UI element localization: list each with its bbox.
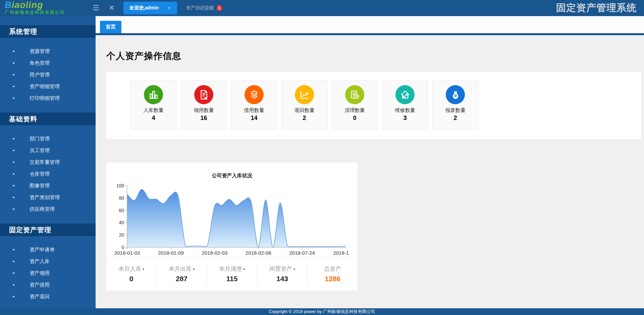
stat-cards-panel: 入库数量4领用数量16借用数量14退回数量2清理数量0维修数量3报废数量2 [106, 72, 641, 139]
asset-return-reminder[interactable]: 资产归还提醒 1 [186, 5, 222, 11]
reminder-count-badge: 1 [216, 5, 222, 11]
summary-label: 总资产 [324, 265, 341, 273]
sidebar-item-交易常量管理[interactable]: •交易常量管理 [0, 156, 96, 168]
bullet-icon: • [13, 92, 15, 104]
money-bag-icon [446, 85, 465, 104]
chart-title: 公司资产入库状况 [106, 163, 358, 179]
layers-icon [245, 85, 264, 104]
sidebar-nav: 系统管理•资源管理•角色管理•用户管理•资产明细管理•打印明细管理基础资料•部门… [0, 16, 96, 308]
bullet-icon: • [13, 291, 15, 302]
summary-label: 闲置资产• [269, 265, 295, 273]
stat-card-退回数量[interactable]: 退回数量2 [281, 80, 327, 130]
main-content: 个人资产操作信息 入库数量4领用数量16借用数量14退回数量2清理数量0维修数量… [96, 35, 644, 308]
sidebar-section-items: •部门管理•员工管理•交易常量管理•仓库管理•图像管理•资产类别管理•供应商管理 [0, 125, 96, 224]
chart-panel: 公司资产入库状况 0204060801002018-01-032018-01-0… [106, 163, 358, 291]
summary-stat-本月入库: 本月入库•0 [106, 263, 157, 285]
bullet-icon: • [13, 168, 15, 180]
app-title: 固定资产管理系统 [556, 1, 637, 15]
svg-text:2018-01-09: 2018-01-09 [158, 250, 184, 256]
sidebar-item-角色管理[interactable]: •角色管理 [0, 57, 96, 69]
svg-text:2018-01-03: 2018-01-03 [114, 250, 140, 256]
dot-icon: • [193, 267, 195, 272]
stat-card-label: 退回数量 [282, 107, 327, 114]
close-icon[interactable]: ✕ [109, 4, 115, 12]
bullet-icon: • [13, 133, 15, 144]
stat-card-value: 14 [231, 115, 277, 122]
sidebar-item-员工管理[interactable]: •员工管理 [0, 144, 96, 156]
chart-canvas: 0204060801002018-01-032018-01-092018-02-… [111, 181, 349, 259]
stat-card-入库数量[interactable]: 入库数量4 [130, 80, 176, 130]
sidebar-item-资产申请单[interactable]: •资产申请单 [0, 244, 96, 255]
bullet-icon: • [13, 144, 15, 156]
app-window: Biaoling 广州标领信息科技有限公司 ☰ ✕ 欢迎您,admin ▼ 资产… [0, 0, 644, 315]
stat-card-value: 2 [282, 115, 327, 122]
sidebar-item-资产领用[interactable]: •资产领用 [0, 267, 96, 279]
sidebar-section-items: •资产申请单•资产入库•资产领用•资产借用•资产退回 [0, 236, 96, 308]
sidebar-item-图像管理[interactable]: •图像管理 [0, 180, 96, 191]
summary-value: 0 [129, 275, 133, 283]
summary-label: 本月出库• [169, 265, 195, 273]
welcome-admin-dropdown[interactable]: 欢迎您,admin ▼ [123, 2, 177, 14]
sidebar-section-items: •资源管理•角色管理•用户管理•资产明细管理•打印明细管理 [0, 38, 96, 113]
logo-text: Biaoling [5, 1, 88, 9]
stat-card-label: 入库数量 [131, 107, 176, 114]
bullet-icon: • [13, 191, 15, 203]
bullet-icon: • [13, 244, 15, 255]
summary-stat-本月出库: 本月出库•287 [157, 263, 207, 285]
sidebar-item-部门管理[interactable]: •部门管理 [0, 133, 96, 144]
bullet-icon: • [13, 80, 15, 92]
svg-text:60: 60 [119, 208, 124, 213]
bullet-icon: • [13, 57, 15, 69]
welcome-admin-label: 欢迎您,admin [129, 5, 159, 11]
menu-hamburger-icon[interactable]: ☰ [93, 4, 99, 12]
sidebar-item-资产入库[interactable]: •资产入库 [0, 255, 96, 267]
sidebar-item-打印明细管理[interactable]: •打印明细管理 [0, 92, 96, 104]
summary-value: 115 [226, 275, 238, 283]
stat-card-label: 领用数量 [181, 107, 226, 114]
bullet-icon: • [13, 45, 15, 57]
sidebar-item-资源管理[interactable]: •资源管理 [0, 45, 96, 57]
stat-card-value: 16 [181, 115, 226, 122]
document-clock-icon [345, 85, 364, 104]
stat-card-借用数量[interactable]: 借用数量14 [231, 80, 277, 130]
dot-icon: • [243, 267, 245, 272]
footer-copyright: Copyright © 2018 power by 广州标领信息科技有限公司 [0, 308, 644, 315]
summary-stat-本月清理: 本月清理•115 [207, 263, 257, 285]
stat-card-领用数量[interactable]: 领用数量16 [181, 80, 227, 130]
stat-card-报废数量[interactable]: 报废数量2 [432, 80, 478, 130]
document-check-icon [194, 85, 213, 104]
bullet-icon: • [13, 279, 15, 291]
tab-home[interactable]: 首页 [100, 21, 121, 33]
bar-chart-icon [144, 85, 163, 104]
summary-stat-总资产: 总资产1286 [308, 263, 358, 285]
summary-label: 本月清理• [219, 265, 245, 273]
sidebar-item-资产明细管理[interactable]: •资产明细管理 [0, 80, 96, 92]
svg-text:20: 20 [119, 232, 124, 238]
area-chart: 0204060801002018-01-032018-01-092018-02-… [111, 181, 358, 260]
stat-card-label: 报废数量 [433, 107, 478, 114]
tab-bar: 首页 [96, 16, 644, 35]
stat-card-value: 4 [131, 115, 176, 122]
sidebar-item-供应商管理[interactable]: •供应商管理 [0, 203, 96, 215]
stat-card-维修数量[interactable]: 维修数量3 [382, 80, 428, 130]
stat-card-label: 借用数量 [231, 107, 277, 114]
svg-text:2018-07-24: 2018-07-24 [289, 250, 315, 256]
stat-card-清理数量[interactable]: 清理数量0 [332, 80, 378, 130]
summary-label: 本月入库• [118, 265, 144, 273]
sidebar-section-title-1: 基础资料 [0, 113, 96, 125]
stat-card-value: 2 [433, 115, 478, 122]
summary-value: 143 [276, 275, 288, 283]
sidebar-item-资产退回[interactable]: •资产退回 [0, 291, 96, 302]
stat-card-label: 清理数量 [332, 107, 377, 114]
sidebar-item-资产借用[interactable]: •资产借用 [0, 279, 96, 291]
logo-subtitle: 广州标领信息科技有限公司 [5, 10, 88, 15]
sidebar-item-仓库管理[interactable]: •仓库管理 [0, 168, 96, 180]
bullet-icon: • [13, 203, 15, 215]
stat-card-label: 维修数量 [382, 107, 428, 114]
sidebar-item-资产类别管理[interactable]: •资产类别管理 [0, 191, 96, 203]
svg-text:2018-02-08: 2018-02-08 [246, 250, 271, 256]
svg-text:2018-02-03: 2018-02-03 [202, 250, 227, 256]
sidebar-item-用户管理[interactable]: •用户管理 [0, 69, 96, 80]
svg-text:100: 100 [116, 183, 124, 188]
stat-card-value: 3 [382, 115, 428, 122]
